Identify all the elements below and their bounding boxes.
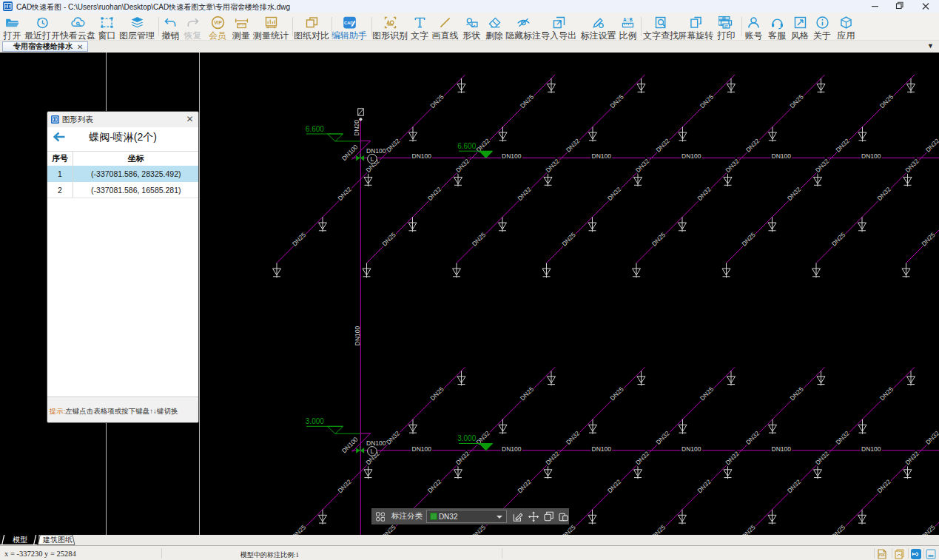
svg-text:DN25: DN25 — [650, 524, 667, 535]
svg-text:DN100: DN100 — [366, 147, 386, 155]
svg-text:DN100: DN100 — [592, 445, 612, 453]
svg-text:DN20: DN20 — [353, 120, 360, 136]
svg-text:DN100: DN100 — [592, 153, 612, 161]
svg-text:DN100: DN100 — [502, 445, 522, 453]
svg-text:3.000: 3.000 — [306, 418, 324, 426]
svg-text:模型: 模型 — [13, 536, 27, 544]
svg-text:3.000: 3.000 — [457, 435, 476, 443]
svg-text:DN100: DN100 — [772, 153, 792, 161]
svg-text:DN25: DN25 — [380, 524, 397, 535]
svg-text:DN100: DN100 — [772, 445, 792, 453]
svg-text:DN25: DN25 — [560, 524, 577, 535]
svg-text:6.600: 6.600 — [457, 142, 476, 150]
svg-text:建筑图纸: 建筑图纸 — [42, 536, 73, 544]
svg-text:DN25: DN25 — [830, 524, 847, 535]
svg-text:DN100: DN100 — [354, 326, 361, 346]
svg-text:PDF: PDF — [879, 553, 886, 557]
svg-text:DN32: DN32 — [924, 137, 939, 154]
svg-text:6.600: 6.600 — [306, 125, 324, 133]
svg-text:DN25: DN25 — [471, 524, 488, 535]
svg-text:L: L — [371, 448, 374, 455]
svg-text:DN100: DN100 — [412, 445, 432, 453]
svg-text:DN25: DN25 — [291, 524, 308, 535]
svg-text:DN100: DN100 — [366, 439, 386, 447]
svg-text:L: L — [371, 155, 374, 163]
svg-text:DN100: DN100 — [681, 445, 701, 453]
svg-text:DN100: DN100 — [502, 153, 522, 161]
svg-text:DN100: DN100 — [861, 445, 881, 453]
svg-text:DN32: DN32 — [924, 430, 939, 447]
svg-text:DN100: DN100 — [861, 153, 881, 161]
svg-text:DN25: DN25 — [740, 524, 757, 535]
svg-text:DN100: DN100 — [681, 153, 701, 161]
svg-text:A:B: A:B — [623, 16, 633, 22]
svg-text:DN100: DN100 — [412, 153, 432, 161]
svg-text:DN25: DN25 — [920, 524, 937, 535]
